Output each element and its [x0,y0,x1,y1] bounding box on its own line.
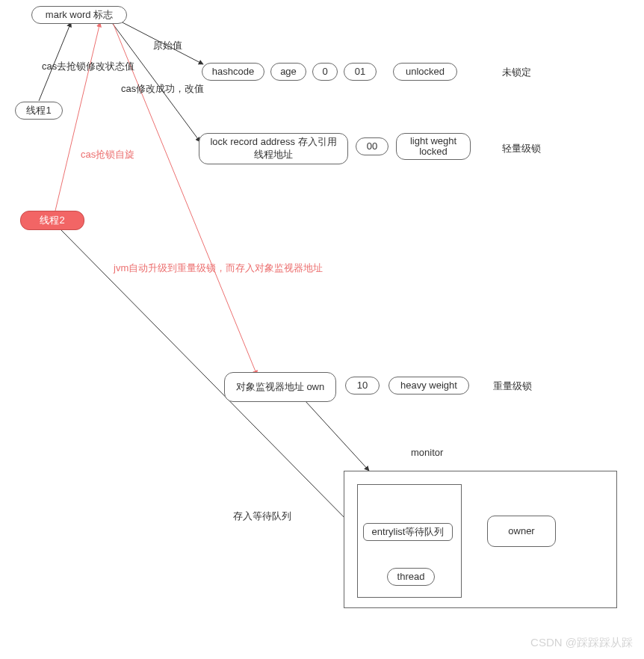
side-monitor: monitor [411,447,443,458]
heavyweight-node: heavy weight [388,377,469,395]
bit00-node: 00 [356,137,388,155]
hashcode-node: hashcode [202,63,264,81]
thread-in-node: thread [387,568,435,586]
side-heavy: 重量级锁 [493,380,532,393]
svg-line-5 [305,400,369,471]
label-enqueue: 存入等待队列 [233,510,291,523]
side-light: 轻量级锁 [502,142,541,155]
label-cas-ok: cas修改成功，改值 [121,82,204,96]
svg-line-3 [55,22,100,211]
watermark-text: CSDN @踩踩踩从踩 [530,636,633,650]
side-unlocked: 未锁定 [502,66,531,79]
label-cas-try: cas去抢锁修改状态值 [42,60,134,73]
markword-node: mark word 标志 [31,6,127,24]
unlocked-node: unlocked [393,63,457,81]
label-cas-spin: cas抢锁自旋 [81,148,134,161]
lightweight-node: light weght locked [396,133,471,160]
entrylist-node: entrylist等待队列 [363,523,453,541]
lockrecord-node: lock record address 存入引用线程地址 [199,133,348,164]
bit0-node: 0 [312,63,338,81]
thread2-node: 线程2 [20,211,84,230]
owner-node: owner [487,516,556,547]
thread1-node: 线程1 [15,102,63,120]
bit01-node: 01 [344,63,377,81]
monitor-addr-node: 对象监视器地址 own [224,372,336,402]
bit10-node: 10 [345,377,380,395]
label-jvm-upgrade: jvm自动升级到重量级锁，而存入对象监视器地址 [114,262,323,275]
label-orig: 原始值 [153,39,182,52]
age-node: age [270,63,306,81]
